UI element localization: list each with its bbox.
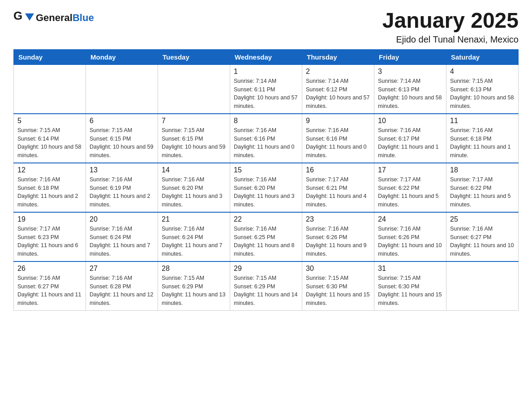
table-row: 11Sunrise: 7:16 AMSunset: 6:18 PMDayligh… [446, 114, 519, 163]
day-number: 13 [90, 166, 154, 174]
table-row: 13Sunrise: 7:16 AMSunset: 6:19 PMDayligh… [86, 163, 158, 212]
day-info: Sunrise: 7:16 AMSunset: 6:19 PMDaylight:… [90, 176, 154, 209]
day-info: Sunrise: 7:15 AMSunset: 6:30 PMDaylight:… [306, 274, 370, 308]
table-row: 22Sunrise: 7:16 AMSunset: 6:25 PMDayligh… [230, 212, 302, 261]
table-row: 28Sunrise: 7:15 AMSunset: 6:29 PMDayligh… [158, 261, 230, 311]
day-number: 11 [450, 117, 515, 125]
calendar-table: Sunday Monday Tuesday Wednesday Thursday… [13, 49, 519, 311]
col-header-saturday: Saturday [446, 49, 519, 64]
day-number: 14 [162, 166, 226, 174]
table-row [446, 261, 519, 311]
day-number: 18 [450, 166, 515, 174]
day-info: Sunrise: 7:14 AMSunset: 6:12 PMDaylight:… [306, 77, 370, 111]
day-number: 26 [17, 265, 82, 273]
day-number: 3 [378, 68, 442, 76]
table-row: 12Sunrise: 7:16 AMSunset: 6:18 PMDayligh… [14, 163, 86, 212]
table-row [14, 64, 86, 114]
day-info: Sunrise: 7:17 AMSunset: 6:22 PMDaylight:… [378, 176, 442, 209]
calendar-week-row: 1Sunrise: 7:14 AMSunset: 6:11 PMDaylight… [14, 64, 519, 114]
day-info: Sunrise: 7:14 AMSunset: 6:11 PMDaylight:… [234, 77, 298, 111]
table-row: 21Sunrise: 7:16 AMSunset: 6:24 PMDayligh… [158, 212, 230, 261]
svg-text:G: G [13, 9, 22, 22]
day-info: Sunrise: 7:16 AMSunset: 6:26 PMDaylight:… [378, 225, 442, 258]
table-row: 31Sunrise: 7:15 AMSunset: 6:30 PMDayligh… [374, 261, 446, 311]
day-number: 6 [90, 117, 154, 125]
col-header-wednesday: Wednesday [230, 49, 302, 64]
table-row [86, 64, 158, 114]
col-header-monday: Monday [86, 49, 158, 64]
table-row: 24Sunrise: 7:16 AMSunset: 6:26 PMDayligh… [374, 212, 446, 261]
table-row: 25Sunrise: 7:16 AMSunset: 6:27 PMDayligh… [446, 212, 519, 261]
table-row: 3Sunrise: 7:14 AMSunset: 6:13 PMDaylight… [374, 64, 446, 114]
day-info: Sunrise: 7:16 AMSunset: 6:25 PMDaylight:… [234, 225, 298, 258]
table-row: 5Sunrise: 7:15 AMSunset: 6:14 PMDaylight… [14, 114, 86, 163]
col-header-tuesday: Tuesday [158, 49, 230, 64]
day-number: 1 [234, 68, 298, 76]
day-number: 9 [306, 117, 370, 125]
day-info: Sunrise: 7:15 AMSunset: 6:15 PMDaylight:… [90, 126, 154, 160]
page-header: G GeneralBlue January 2025 Ejido del Tun… [13, 9, 519, 45]
calendar-week-row: 19Sunrise: 7:17 AMSunset: 6:23 PMDayligh… [14, 212, 519, 261]
day-number: 8 [234, 117, 298, 125]
col-header-thursday: Thursday [302, 49, 374, 64]
day-number: 31 [378, 265, 442, 273]
table-row: 27Sunrise: 7:16 AMSunset: 6:28 PMDayligh… [86, 261, 158, 311]
day-info: Sunrise: 7:16 AMSunset: 6:20 PMDaylight:… [162, 176, 226, 209]
day-number: 16 [306, 166, 370, 174]
table-row: 2Sunrise: 7:14 AMSunset: 6:12 PMDaylight… [302, 64, 374, 114]
day-info: Sunrise: 7:16 AMSunset: 6:20 PMDaylight:… [234, 176, 298, 209]
table-row: 10Sunrise: 7:16 AMSunset: 6:17 PMDayligh… [374, 114, 446, 163]
day-info: Sunrise: 7:16 AMSunset: 6:27 PMDaylight:… [450, 225, 515, 258]
table-row: 18Sunrise: 7:17 AMSunset: 6:22 PMDayligh… [446, 163, 519, 212]
day-info: Sunrise: 7:16 AMSunset: 6:28 PMDaylight:… [90, 274, 154, 308]
day-number: 20 [90, 215, 154, 223]
day-info: Sunrise: 7:15 AMSunset: 6:13 PMDaylight:… [450, 77, 515, 111]
day-info: Sunrise: 7:17 AMSunset: 6:23 PMDaylight:… [17, 225, 82, 258]
day-number: 27 [90, 265, 154, 273]
day-info: Sunrise: 7:16 AMSunset: 6:18 PMDaylight:… [17, 176, 82, 209]
logo-general-text: General [36, 12, 73, 23]
table-row [158, 64, 230, 114]
table-row: 17Sunrise: 7:17 AMSunset: 6:22 PMDayligh… [374, 163, 446, 212]
day-number: 12 [17, 166, 82, 174]
calendar-week-row: 12Sunrise: 7:16 AMSunset: 6:18 PMDayligh… [14, 163, 519, 212]
day-number: 29 [234, 265, 298, 273]
day-info: Sunrise: 7:17 AMSunset: 6:21 PMDaylight:… [306, 176, 370, 209]
day-number: 2 [306, 68, 370, 76]
day-number: 10 [378, 117, 442, 125]
table-row: 23Sunrise: 7:16 AMSunset: 6:26 PMDayligh… [302, 212, 374, 261]
table-row: 16Sunrise: 7:17 AMSunset: 6:21 PMDayligh… [302, 163, 374, 212]
table-row: 14Sunrise: 7:16 AMSunset: 6:20 PMDayligh… [158, 163, 230, 212]
day-info: Sunrise: 7:15 AMSunset: 6:14 PMDaylight:… [17, 126, 82, 160]
day-number: 21 [162, 215, 226, 223]
logo: G GeneralBlue [13, 9, 94, 27]
day-number: 4 [450, 68, 515, 76]
month-title: January 2025 [382, 9, 519, 33]
day-number: 25 [450, 215, 515, 223]
table-row: 9Sunrise: 7:16 AMSunset: 6:16 PMDaylight… [302, 114, 374, 163]
table-row: 7Sunrise: 7:15 AMSunset: 6:15 PMDaylight… [158, 114, 230, 163]
col-header-sunday: Sunday [14, 49, 86, 64]
day-info: Sunrise: 7:16 AMSunset: 6:18 PMDaylight:… [450, 126, 515, 160]
day-info: Sunrise: 7:16 AMSunset: 6:17 PMDaylight:… [378, 126, 442, 160]
svg-marker-1 [25, 13, 34, 21]
calendar-week-row: 5Sunrise: 7:15 AMSunset: 6:14 PMDaylight… [14, 114, 519, 163]
day-info: Sunrise: 7:15 AMSunset: 6:30 PMDaylight:… [378, 274, 442, 308]
col-header-friday: Friday [374, 49, 446, 64]
table-row: 30Sunrise: 7:15 AMSunset: 6:30 PMDayligh… [302, 261, 374, 311]
day-number: 30 [306, 265, 370, 273]
day-info: Sunrise: 7:16 AMSunset: 6:16 PMDaylight:… [306, 126, 370, 160]
location-subtitle: Ejido del Tunal Nenaxi, Mexico [382, 34, 519, 45]
title-area: January 2025 Ejido del Tunal Nenaxi, Mex… [382, 9, 519, 45]
calendar-header-row: Sunday Monday Tuesday Wednesday Thursday… [14, 49, 519, 64]
day-number: 28 [162, 265, 226, 273]
day-number: 22 [234, 215, 298, 223]
day-number: 17 [378, 166, 442, 174]
calendar-week-row: 26Sunrise: 7:16 AMSunset: 6:27 PMDayligh… [14, 261, 519, 311]
table-row: 20Sunrise: 7:16 AMSunset: 6:24 PMDayligh… [86, 212, 158, 261]
day-number: 19 [17, 215, 82, 223]
day-info: Sunrise: 7:16 AMSunset: 6:24 PMDaylight:… [162, 225, 226, 258]
day-info: Sunrise: 7:16 AMSunset: 6:24 PMDaylight:… [90, 225, 154, 258]
day-info: Sunrise: 7:17 AMSunset: 6:22 PMDaylight:… [450, 176, 515, 209]
day-number: 23 [306, 215, 370, 223]
